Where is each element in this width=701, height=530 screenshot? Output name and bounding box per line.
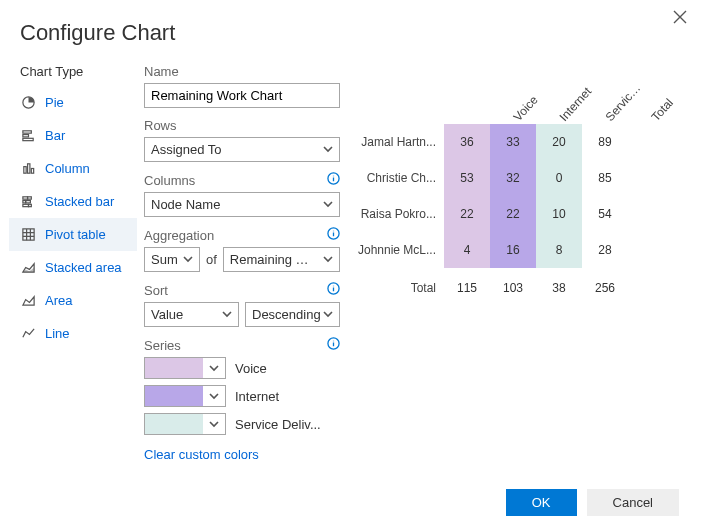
pivot-cell: 28 [582, 232, 628, 268]
pivot-cell: 53 [444, 160, 490, 196]
chevron-down-icon [203, 419, 225, 429]
svg-rect-12 [29, 204, 32, 206]
sidebar-item-pie[interactable]: Pie [9, 86, 137, 119]
sort-order-select[interactable]: Descending [245, 302, 340, 327]
chart-type-icon [21, 161, 36, 176]
chevron-down-icon [323, 142, 333, 157]
chevron-down-icon [203, 363, 225, 373]
pivot-cell: 32 [490, 160, 536, 196]
pivot-total-cell: 103 [490, 268, 536, 308]
series-label: Internet [235, 389, 279, 404]
clear-colors-link[interactable]: Clear custom colors [144, 441, 340, 462]
pivot-cell: 0 [536, 160, 582, 196]
chart-type-icon [21, 95, 36, 110]
svg-rect-2 [23, 135, 29, 137]
info-icon[interactable] [327, 337, 340, 353]
pivot-cell: 22 [490, 196, 536, 232]
pivot-cell: 4 [444, 232, 490, 268]
sidebar-item-label: Stacked area [45, 260, 122, 275]
sidebar-item-label: Pie [45, 95, 64, 110]
chart-type-icon [21, 128, 36, 143]
sidebar-item-bar[interactable]: Bar [9, 119, 137, 152]
info-icon[interactable] [327, 282, 340, 298]
chevron-down-icon [323, 197, 333, 212]
pivot-row-label: Total [358, 270, 444, 306]
series-label: Voice [235, 361, 267, 376]
aggregation-field-select[interactable]: Remaining Work [223, 247, 340, 272]
sidebar-item-area[interactable]: Area [9, 284, 137, 317]
rows-select[interactable]: Assigned To [144, 137, 340, 162]
chevron-down-icon [203, 391, 225, 401]
chart-type-sidebar: Chart Type PieBarColumnStacked barPivot … [8, 64, 138, 472]
chart-type-icon [21, 260, 36, 275]
name-input[interactable] [144, 83, 340, 108]
info-icon[interactable] [327, 227, 340, 243]
sidebar-item-stacked-area[interactable]: Stacked area [9, 251, 137, 284]
svg-rect-6 [31, 169, 33, 174]
sidebar-item-line[interactable]: Line [9, 317, 137, 350]
pivot-cell: 85 [582, 160, 628, 196]
close-button[interactable] [673, 10, 687, 27]
aggregation-select[interactable]: Sum [144, 247, 200, 272]
sidebar-item-label: Pivot table [45, 227, 106, 242]
chart-type-icon [21, 194, 36, 209]
svg-rect-7 [23, 197, 28, 199]
ok-button[interactable]: OK [506, 489, 577, 516]
cancel-button[interactable]: Cancel [587, 489, 679, 516]
sort-field-select[interactable]: Value [144, 302, 239, 327]
sidebar-item-label: Line [45, 326, 70, 341]
pivot-cell: 36 [444, 124, 490, 160]
color-swatch [145, 414, 203, 434]
pivot-row-label: Johnnie McL... [358, 232, 444, 268]
chart-type-label: Chart Type [8, 64, 138, 85]
pivot-total-row: Total11510338256 [358, 268, 693, 308]
pivot-total-cell: 256 [582, 268, 628, 308]
columns-label: Columns [144, 173, 195, 188]
pivot-cell: 8 [536, 232, 582, 268]
pivot-column-header: Total [626, 60, 689, 124]
sort-label: Sort [144, 283, 168, 298]
color-swatch [145, 386, 203, 406]
chart-preview: VoiceInternetService Del...TotalJamal Ha… [352, 64, 701, 472]
series-color-picker[interactable] [144, 385, 226, 407]
sidebar-item-label: Column [45, 161, 90, 176]
pivot-cell: 89 [582, 124, 628, 160]
pivot-total-cell: 38 [536, 268, 582, 308]
chevron-down-icon [323, 307, 333, 322]
series-row: Service Deliv... [144, 413, 340, 435]
sidebar-item-label: Bar [45, 128, 65, 143]
pivot-row-label: Christie Ch... [358, 160, 444, 196]
of-label: of [206, 252, 217, 267]
pivot-row: Johnnie McL...416828 [358, 232, 693, 268]
pivot-row: Jamal Hartn...36332089 [358, 124, 693, 160]
pivot-cell: 10 [536, 196, 582, 232]
pivot-cell: 33 [490, 124, 536, 160]
name-label: Name [144, 64, 340, 83]
info-icon[interactable] [327, 172, 340, 188]
pivot-cell: 22 [444, 196, 490, 232]
chevron-down-icon [222, 307, 232, 322]
series-color-picker[interactable] [144, 413, 226, 435]
dialog-title: Configure Chart [0, 0, 701, 46]
pivot-total-cell: 115 [444, 268, 490, 308]
pivot-row: Christie Ch...5332085 [358, 160, 693, 196]
sidebar-item-label: Area [45, 293, 72, 308]
svg-rect-13 [23, 229, 34, 240]
columns-select[interactable]: Node Name [144, 192, 340, 217]
svg-rect-10 [26, 201, 31, 203]
svg-rect-5 [28, 164, 30, 173]
pivot-cell: 20 [536, 124, 582, 160]
svg-rect-11 [23, 204, 29, 206]
sidebar-item-stacked-bar[interactable]: Stacked bar [9, 185, 137, 218]
pivot-cell: 54 [582, 196, 628, 232]
chart-type-icon [21, 293, 36, 308]
chevron-down-icon [323, 252, 333, 267]
svg-rect-8 [28, 197, 32, 199]
sidebar-item-column[interactable]: Column [9, 152, 137, 185]
sidebar-item-pivot-table[interactable]: Pivot table [9, 218, 137, 251]
pivot-row: Raisa Pokro...22221054 [358, 196, 693, 232]
series-row: Internet [144, 385, 340, 407]
pivot-cell: 16 [490, 232, 536, 268]
chevron-down-icon [183, 252, 193, 267]
series-color-picker[interactable] [144, 357, 226, 379]
